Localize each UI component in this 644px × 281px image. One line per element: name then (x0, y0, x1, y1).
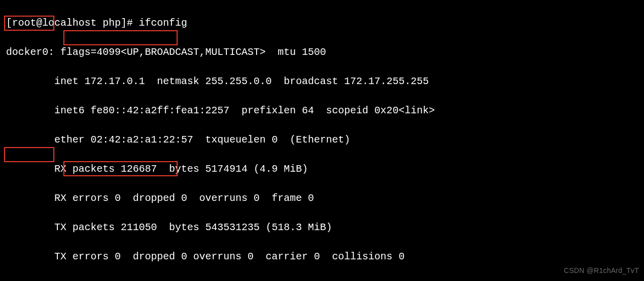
blank-line (6, 278, 644, 281)
iface-tx-packets-line: TX packets 211050 bytes 543531235 (518.3… (6, 220, 644, 235)
iface-inet-rest: netmask 255.255.0.0 broadcast 172.17.255… (145, 76, 429, 87)
iface-rx-packets-line: RX packets 126687 bytes 5174914 (4.9 MiB… (6, 162, 644, 176)
shell-prompt-line: [root@localhost php]# ifconfig (6, 16, 644, 30)
iface-ether-line: ether 02:42:a2:a1:22:57 txqueuelen 0 (Et… (6, 132, 644, 147)
iface-tx-errors-line: TX errors 0 dropped 0 overruns 0 carrier… (6, 249, 644, 264)
iface-inet-line: inet 172.17.0.1 netmask 255.255.0.0 broa… (6, 74, 644, 89)
iface-name: docker0: (6, 46, 54, 58)
iface-header-line: docker0: flags=4099<UP,BROADCAST,MULTICA… (6, 45, 644, 59)
iface-rx-errors-line: RX errors 0 dropped 0 overruns 0 frame 0 (6, 191, 644, 205)
watermark: CSDN @R1chArd_TvT (564, 263, 639, 278)
iface-inet: inet 172.17.0.1 (54, 76, 145, 87)
iface-inet6-line: inet6 fe80::42:a2ff:fea1:2257 prefixlen … (6, 103, 644, 118)
terminal-output: [root@localhost php]# ifconfig docker0: … (0, 0, 644, 281)
iface-flags: flags=4099<UP,BROADCAST,MULTICAST> mtu 1… (54, 46, 326, 58)
